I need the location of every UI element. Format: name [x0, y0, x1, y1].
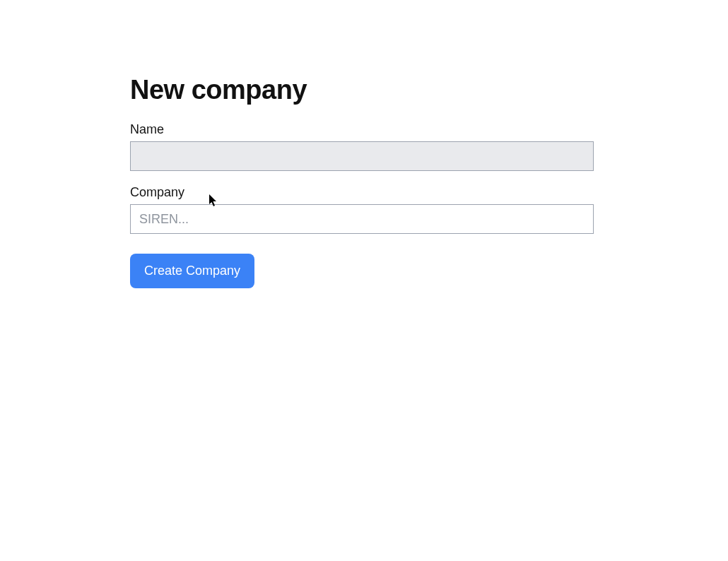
form-container: New company Name Company Create Company	[0, 0, 594, 288]
name-label: Name	[130, 122, 594, 137]
name-field-group: Name	[130, 122, 594, 171]
company-label: Company	[130, 185, 594, 200]
create-company-button[interactable]: Create Company	[130, 254, 254, 288]
name-input[interactable]	[130, 141, 594, 171]
page-title: New company	[130, 75, 594, 105]
company-input[interactable]	[130, 204, 594, 234]
company-field-group: Company	[130, 185, 594, 234]
